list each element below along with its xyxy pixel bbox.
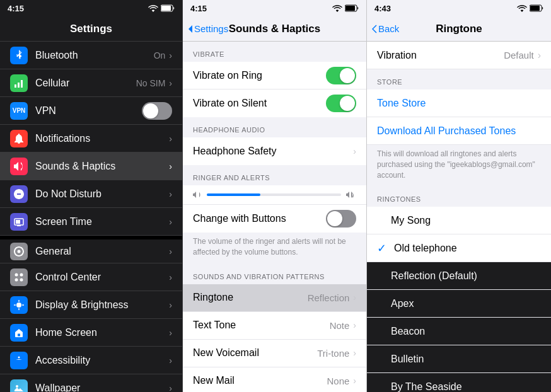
settings-item-sounds[interactable]: Sounds & Haptics › [0, 153, 182, 180]
wallpaper-label: Wallpaper [35, 383, 169, 393]
ringtone-value: Reflection [308, 292, 350, 303]
svg-point-12 [16, 303, 21, 308]
svg-rect-2 [14, 84, 16, 88]
status-bar-2: 4:15 [183, 0, 366, 16]
buttons-note: The volume of the ringer and alerts will… [183, 233, 366, 264]
settings-panel: 4:15 Settings Bluetooth On › Cellular No… [0, 0, 183, 392]
ringtone-apex[interactable]: Apex [367, 290, 551, 318]
cellular-icon [10, 74, 28, 92]
volume-low-icon [193, 191, 202, 199]
vpn-label: VPN [35, 105, 142, 117]
svg-rect-3 [18, 83, 20, 88]
seaside-label: By The Seaside [391, 381, 541, 392]
new-mail-chevron: › [353, 376, 356, 386]
vibration-row[interactable]: Vibration Default › [367, 42, 551, 69]
new-mail-row[interactable]: New Mail None › [183, 367, 366, 392]
bluetooth-icon [10, 47, 28, 64]
wifi-icon [148, 4, 158, 12]
store-header: STORE [367, 69, 551, 89]
status-time-2: 4:15 [190, 4, 207, 13]
new-mail-label: New Mail [193, 375, 327, 386]
beacon-label: Beacon [391, 326, 541, 337]
nav-bar-1: Settings [0, 16, 182, 42]
back-button-2[interactable]: Settings [188, 23, 228, 34]
vpn-toggle[interactable] [142, 102, 172, 120]
settings-item-cellular[interactable]: Cellular No SIM › [0, 69, 182, 97]
voicemail-row[interactable]: New Voicemail Tri-tone › [183, 340, 366, 367]
old-telephone-label: Old telephone [394, 243, 541, 254]
settings-item-general[interactable]: General › [0, 236, 182, 263]
settings-list: Bluetooth On › Cellular No SIM › VPN VPN… [0, 42, 182, 392]
store-group: Tone Store Download All Purchased Tones [367, 89, 551, 145]
vibrate-header: VIBRATE [183, 42, 366, 62]
voicemail-label: New Voicemail [193, 347, 317, 359]
battery-icon [161, 4, 175, 12]
bluetooth-chevron: › [169, 50, 172, 61]
nav-bar-2: Settings Sounds & Haptics [183, 16, 366, 42]
patterns-group: Ringtone Reflection › Text Tone Note › N… [183, 284, 366, 392]
headphone-header: HEADPHONE AUDIO [183, 117, 366, 137]
ringtone-my-song[interactable]: My Song [367, 207, 551, 234]
nav-title-1: Settings [70, 23, 112, 35]
headphone-safety-row[interactable]: Headphone Safety › [183, 137, 366, 165]
settings-item-screentime[interactable]: Screen Time › [0, 208, 182, 236]
text-tone-chevron: › [353, 320, 356, 330]
nav-bar-3: Back Ringtone [367, 16, 551, 42]
settings-item-notifications[interactable]: Notifications › [0, 125, 182, 153]
ringtone-bulletin[interactable]: Bulletin [367, 345, 551, 373]
notifications-label: Notifications [35, 133, 169, 144]
controlcenter-chevron: › [169, 272, 172, 282]
ringer-group: Change with Buttons [183, 185, 366, 233]
checkmark-icon: ✓ [377, 241, 386, 255]
screentime-label: Screen Time [35, 216, 169, 228]
settings-item-dnd[interactable]: Do Not Disturb › [0, 180, 182, 208]
bluetooth-value: On [154, 50, 166, 61]
tone-store-row[interactable]: Tone Store [367, 89, 551, 117]
accessibility-icon [10, 352, 28, 369]
ringer-slider-row [183, 185, 366, 205]
change-buttons-toggle[interactable] [326, 210, 356, 228]
screentime-icon [10, 213, 28, 231]
ringtone-beacon[interactable]: Beacon [367, 318, 551, 345]
ringtone-reflection[interactable]: Reflection (Default) [367, 262, 551, 290]
display-chevron: › [169, 300, 172, 310]
download-tones-row[interactable]: Download All Purchased Tones [367, 117, 551, 145]
settings-item-homescreen[interactable]: Home Screen › [0, 319, 182, 347]
ringtone-old-telephone[interactable]: ✓ Old telephone [367, 234, 551, 262]
back-label-3: Back [378, 23, 399, 34]
back-button-3[interactable]: Back [372, 23, 399, 34]
ringtones-header: RINGTONES [367, 187, 551, 207]
vibrate-silent-toggle[interactable] [326, 95, 356, 112]
ringtone-row[interactable]: Ringtone Reflection › [183, 284, 366, 312]
settings-item-controlcenter[interactable]: Control Center › [0, 263, 182, 291]
status-icons-2 [332, 4, 359, 12]
vibrate-silent-label: Vibrate on Silent [193, 98, 326, 109]
headphone-chevron: › [353, 146, 356, 156]
settings-item-accessibility[interactable]: Accessibility › [0, 347, 182, 374]
ringtone-by-the-seaside[interactable]: By The Seaside [367, 373, 551, 392]
apex-label: Apex [391, 298, 541, 309]
svg-rect-28 [345, 6, 355, 11]
ringer-slider[interactable] [207, 193, 341, 196]
status-bar-1: 4:15 [0, 0, 182, 16]
vibrate-ring-toggle[interactable] [326, 67, 356, 84]
change-buttons-label: Change with Buttons [193, 213, 326, 224]
back-label-2: Settings [194, 23, 228, 34]
display-label: Display & Brightness [35, 299, 169, 311]
dnd-chevron: › [169, 189, 172, 199]
bulletin-label: Bulletin [391, 354, 541, 365]
vibrate-ring-row[interactable]: Vibrate on Ring [183, 62, 366, 89]
vibration-group: Vibration Default › [367, 42, 551, 69]
vibrate-silent-row[interactable]: Vibrate on Silent [183, 89, 366, 117]
screentime-chevron: › [169, 217, 172, 227]
settings-item-vpn[interactable]: VPN VPN [0, 97, 182, 125]
settings-item-wallpaper[interactable]: Wallpaper › [0, 374, 182, 392]
svg-point-8 [15, 273, 18, 276]
change-buttons-row[interactable]: Change with Buttons [183, 205, 366, 233]
svg-rect-17 [18, 333, 21, 337]
new-mail-value: None [327, 376, 349, 386]
text-tone-row[interactable]: Text Tone Note › [183, 312, 366, 340]
settings-item-bluetooth[interactable]: Bluetooth On › [0, 42, 182, 69]
my-song-label: My Song [391, 215, 541, 226]
settings-item-display[interactable]: Display & Brightness › [0, 291, 182, 319]
